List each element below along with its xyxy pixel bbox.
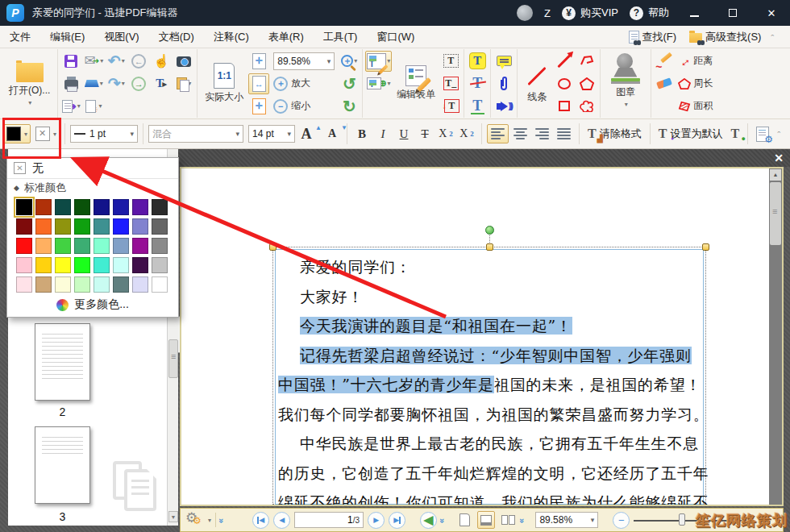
distance-tool-button[interactable]: ↔ 距离 <box>678 50 713 73</box>
close-document-icon[interactable]: ✕ <box>774 152 784 164</box>
color-swatch[interactable] <box>74 238 90 254</box>
menu-item[interactable]: 编辑(E) <box>40 26 94 48</box>
color-swatch[interactable] <box>152 218 168 235</box>
color-swatch[interactable] <box>113 218 129 235</box>
color-swatch[interactable] <box>152 276 168 293</box>
color-swatch[interactable] <box>16 199 32 215</box>
status-expand-icon[interactable]: » <box>217 518 227 522</box>
resize-handle-top-right[interactable] <box>702 243 709 251</box>
user-avatar[interactable] <box>517 5 533 21</box>
user-initial[interactable]: Z <box>544 7 551 19</box>
zoom-slider[interactable] <box>634 512 755 528</box>
color-swatch[interactable] <box>152 257 168 273</box>
next-view-button[interactable]: → <box>128 73 149 94</box>
color-swatch[interactable] <box>113 276 129 293</box>
next-page-button[interactable]: ▶ <box>368 512 385 529</box>
clear-format-button[interactable]: T▟ 清除格式 <box>584 127 645 141</box>
color-swatch[interactable] <box>16 238 32 254</box>
document-scroll-up-icon[interactable]: ▲ <box>770 169 781 181</box>
area-tool-button[interactable]: 面积 <box>678 95 713 118</box>
align-center-button[interactable] <box>510 125 530 143</box>
audio-comment-button[interactable]: ))) <box>493 96 514 117</box>
strikeout-text-button[interactable]: T <box>467 73 488 94</box>
rotate-left-button[interactable]: ↺ <box>339 73 360 94</box>
font-size-combo[interactable]: 14 pt ▾ <box>248 125 295 143</box>
find-button[interactable]: 查找(F) <box>624 28 682 46</box>
font-name-combo[interactable]: 混合 ▾ <box>148 125 243 143</box>
sidebar-scrollbar-thumb[interactable] <box>168 339 178 378</box>
color-swatch[interactable] <box>35 257 52 273</box>
single-page-view-button[interactable] <box>455 511 473 529</box>
maximize-button[interactable] <box>719 2 746 23</box>
color-swatch[interactable] <box>55 276 71 293</box>
color-swatch[interactable] <box>74 199 90 215</box>
buy-vip-button[interactable]: ¥ 购买VIP <box>562 6 618 20</box>
menu-item[interactable]: 文件 <box>0 26 40 48</box>
underline-button[interactable]: U <box>394 124 414 143</box>
status-zoom-combo[interactable]: 89.58% ▾ <box>535 512 598 528</box>
align-right-button[interactable] <box>532 125 552 143</box>
view-history-expand-icon[interactable]: » <box>438 518 447 522</box>
selected-text-box[interactable]: 亲爱的同学们：大家好！今天我演讲的题目是“和祖国在一起”！记得先哲梁启超曾经说过… <box>272 247 706 505</box>
edit-content-button[interactable]: ▾ <box>365 51 392 72</box>
color-swatch[interactable] <box>55 238 71 254</box>
stamp-button[interactable]: 图章 ▾ <box>603 58 648 110</box>
resize-handle-top-left[interactable] <box>269 243 276 251</box>
menu-item[interactable]: 窗口(W) <box>367 26 424 48</box>
previous-view-nav-button[interactable]: ◀ <box>420 512 437 529</box>
pencil-tool-button[interactable] <box>654 51 675 72</box>
color-swatch[interactable] <box>94 257 110 273</box>
fit-page-button[interactable]: ✛ <box>248 51 269 72</box>
zoom-slider-knob[interactable] <box>679 513 685 526</box>
fit-visible-button[interactable]: ✛ <box>248 96 269 117</box>
underline-text-button[interactable]: T <box>467 96 488 117</box>
color-swatch[interactable] <box>55 199 71 215</box>
oval-tool-button[interactable] <box>554 73 575 94</box>
fit-width-view-button[interactable] <box>477 511 495 529</box>
marquee-zoom-button[interactable]: ＋▾ <box>339 51 360 72</box>
align-left-button[interactable] <box>487 124 509 143</box>
menu-item[interactable]: 工具(T) <box>314 26 368 48</box>
select-text-button[interactable]: T▸ <box>151 73 172 94</box>
resize-handle-top-center[interactable] <box>486 243 493 251</box>
color-swatch[interactable] <box>152 238 168 254</box>
status-zoom-out-button[interactable]: − <box>613 512 630 529</box>
rotate-handle[interactable] <box>485 226 494 235</box>
page-view-expand-icon[interactable]: » <box>518 518 527 522</box>
line-width-combo[interactable]: 1 pt ▾ <box>70 125 138 143</box>
color-swatch[interactable] <box>74 257 90 273</box>
open-button[interactable]: 打开(O)... ▾ <box>4 59 55 108</box>
superscript-button[interactable]: X2 <box>457 124 476 143</box>
color-swatch[interactable] <box>16 218 32 235</box>
zoom-in-button[interactable]: ＋ 放大 <box>272 73 335 94</box>
color-swatch[interactable] <box>94 238 110 254</box>
align-justify-button[interactable] <box>554 125 574 143</box>
help-button[interactable]: ? 帮助 <box>630 6 669 20</box>
perimeter-tool-button[interactable]: 周长 <box>678 73 713 95</box>
apply-default-button[interactable]: T● <box>727 127 742 141</box>
sidebar-scroll-down-icon[interactable]: ▼ <box>168 511 178 522</box>
color-swatch[interactable] <box>35 199 52 215</box>
edit-form-button[interactable]: 编辑表单 <box>392 64 440 103</box>
arrow-tool-button[interactable] <box>554 51 575 72</box>
color-swatch[interactable] <box>113 257 129 273</box>
italic-button[interactable]: I <box>373 124 393 143</box>
document-scrollbar-thumb[interactable] <box>770 182 781 245</box>
eraser-tool-button[interactable] <box>654 73 675 94</box>
scan-button[interactable]: ▾ <box>83 73 104 94</box>
color-swatch[interactable] <box>16 257 32 273</box>
collapse-formatbar-icon[interactable]: ⌃ <box>775 131 782 137</box>
color-swatch[interactable] <box>132 199 148 215</box>
polygon-tool-button[interactable] <box>576 73 597 94</box>
print-button[interactable] <box>60 73 81 94</box>
polyline-tool-button[interactable] <box>576 51 597 72</box>
color-swatch[interactable] <box>132 257 148 273</box>
menu-item[interactable]: 视图(V) <box>94 26 148 48</box>
hand-tool-button[interactable]: ☝ <box>151 51 172 72</box>
color-swatch[interactable] <box>94 276 110 293</box>
page-number-input[interactable] <box>313 514 353 526</box>
text-field-button[interactable]: T <box>440 51 461 72</box>
page-thumbnail[interactable] <box>35 323 90 401</box>
save-button[interactable] <box>60 51 81 72</box>
color-swatch[interactable] <box>55 257 71 273</box>
